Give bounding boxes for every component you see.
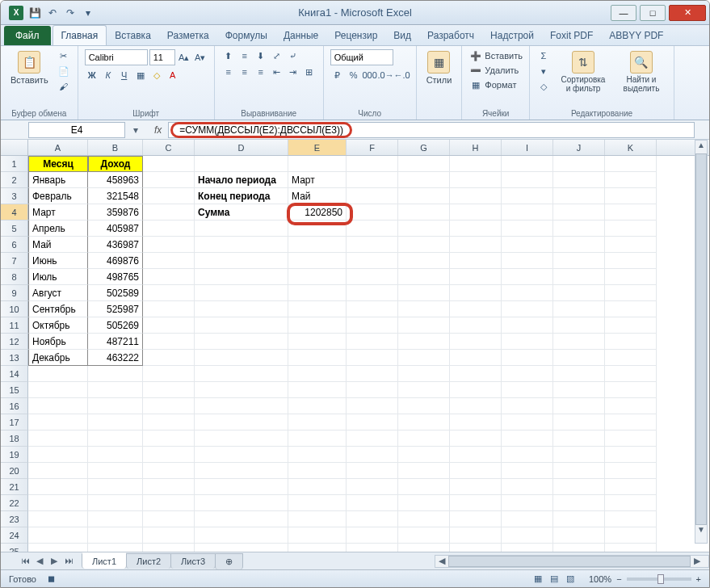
cell-H8[interactable] [450, 269, 502, 285]
align-right-icon[interactable]: ≡ [254, 65, 268, 78]
cell-A3[interactable]: Февраль [28, 188, 88, 204]
number-format-select[interactable] [330, 49, 393, 65]
name-box[interactable]: E4 [28, 122, 125, 138]
cell-A16[interactable] [28, 398, 88, 414]
cell-K18[interactable] [605, 430, 657, 447]
row-header-19[interactable]: 19 [1, 447, 28, 463]
tab-addins[interactable]: Надстрой [482, 26, 542, 45]
cell-I24[interactable] [502, 527, 553, 544]
cell-E10[interactable] [288, 301, 347, 317]
border-icon[interactable]: ▦ [133, 69, 148, 82]
cell-E24[interactable] [288, 527, 347, 544]
cell-K2[interactable] [605, 172, 657, 188]
cell-H16[interactable] [450, 398, 502, 414]
tab-abbyy[interactable]: ABBYY PDF [601, 26, 671, 45]
cell-D24[interactable] [195, 527, 288, 544]
macro-record-icon[interactable]: ◼ [44, 573, 59, 586]
cell-B22[interactable] [88, 495, 143, 511]
cell-G1[interactable] [398, 156, 450, 172]
cell-G17[interactable] [398, 414, 450, 430]
cell-I21[interactable] [502, 479, 553, 495]
cell-G2[interactable] [398, 172, 450, 188]
cell-E4[interactable]: 1202850 [288, 204, 347, 220]
col-header-J[interactable]: J [553, 140, 605, 155]
cell-K8[interactable] [605, 269, 657, 285]
cell-F21[interactable] [347, 479, 398, 495]
cell-C16[interactable] [143, 398, 195, 414]
italic-icon[interactable]: К [101, 69, 116, 82]
increase-indent-icon[interactable]: ⇥ [286, 65, 300, 78]
fill-color-icon[interactable]: ◇ [149, 69, 164, 82]
cell-J18[interactable] [553, 430, 605, 447]
cell-J13[interactable] [553, 350, 605, 366]
cell-K12[interactable] [605, 334, 657, 350]
format-cells-label[interactable]: Формат [485, 80, 516, 90]
cell-B17[interactable] [88, 414, 143, 430]
align-bottom-icon[interactable]: ⬇ [254, 49, 268, 62]
cell-A7[interactable]: Июнь [28, 253, 88, 269]
sheet-tab-2[interactable]: Лист2 [126, 553, 171, 569]
cell-F19[interactable] [347, 447, 398, 463]
cell-E5[interactable] [288, 220, 347, 237]
row-header-10[interactable]: 10 [1, 301, 28, 317]
row-header-6[interactable]: 6 [1, 237, 28, 253]
cell-I13[interactable] [502, 350, 553, 366]
row-header-18[interactable]: 18 [1, 430, 28, 447]
cell-J22[interactable] [553, 495, 605, 511]
cell-B21[interactable] [88, 479, 143, 495]
cell-K21[interactable] [605, 479, 657, 495]
cell-G3[interactable] [398, 188, 450, 204]
cell-H14[interactable] [450, 366, 502, 382]
cell-H15[interactable] [450, 382, 502, 398]
cell-C2[interactable] [143, 172, 195, 188]
cell-E19[interactable] [288, 447, 347, 463]
cell-H6[interactable] [450, 237, 502, 253]
percent-icon[interactable]: % [347, 69, 361, 82]
cell-I20[interactable] [502, 463, 553, 479]
cell-D1[interactable] [195, 156, 288, 172]
cell-D11[interactable] [195, 317, 288, 334]
cell-F4[interactable] [347, 204, 398, 220]
font-size-select[interactable] [149, 49, 175, 65]
cell-C14[interactable] [143, 366, 195, 382]
cell-F9[interactable] [347, 285, 398, 301]
cell-K15[interactable] [605, 382, 657, 398]
cell-C15[interactable] [143, 382, 195, 398]
col-header-H[interactable]: H [450, 140, 502, 155]
sheet-tab-3[interactable]: Лист3 [170, 553, 216, 569]
cell-F22[interactable] [347, 495, 398, 511]
cell-H3[interactable] [450, 188, 502, 204]
tab-insert[interactable]: Вставка [107, 26, 159, 45]
qat-dropdown-icon[interactable]: ▾ [82, 6, 95, 19]
row-header-21[interactable]: 21 [1, 479, 28, 495]
cell-B19[interactable] [88, 447, 143, 463]
align-top-icon[interactable]: ⬆ [221, 49, 236, 62]
cell-I17[interactable] [502, 414, 553, 430]
cell-K20[interactable] [605, 463, 657, 479]
cell-B6[interactable]: 436987 [88, 237, 143, 253]
file-tab[interactable]: Файл [4, 26, 51, 45]
cell-E8[interactable] [288, 269, 347, 285]
cell-K13[interactable] [605, 350, 657, 366]
cell-J21[interactable] [553, 479, 605, 495]
cell-C3[interactable] [143, 188, 195, 204]
cell-K17[interactable] [605, 414, 657, 430]
cell-G11[interactable] [398, 317, 450, 334]
cell-H24[interactable] [450, 527, 502, 544]
col-header-F[interactable]: F [347, 140, 398, 155]
cell-G12[interactable] [398, 334, 450, 350]
cell-J4[interactable] [553, 204, 605, 220]
cell-H23[interactable] [450, 511, 502, 527]
cell-F17[interactable] [347, 414, 398, 430]
autosum-icon[interactable]: Σ [536, 49, 551, 62]
tab-developer[interactable]: Разработч [419, 26, 482, 45]
cell-A10[interactable]: Сентябрь [28, 301, 88, 317]
cell-J2[interactable] [553, 172, 605, 188]
col-header-B[interactable]: B [88, 140, 143, 155]
cell-E20[interactable] [288, 463, 347, 479]
tab-view[interactable]: Вид [385, 26, 419, 45]
increase-decimal-icon[interactable]: .0→ [379, 69, 393, 82]
cell-B20[interactable] [88, 463, 143, 479]
cell-E13[interactable] [288, 350, 347, 366]
cell-I7[interactable] [502, 253, 553, 269]
